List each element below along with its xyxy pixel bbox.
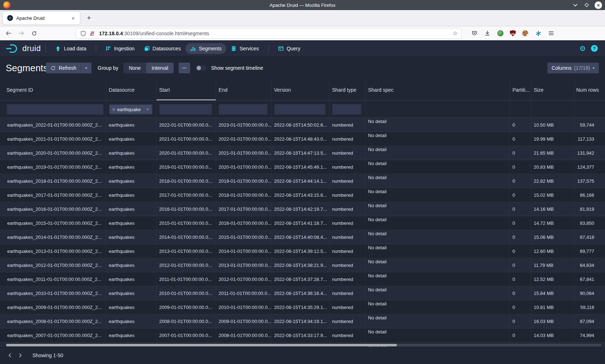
num-rows-cell: 67,841 <box>574 272 605 286</box>
column-header-num-rows[interactable]: Num rows <box>574 79 605 100</box>
segment-id-cell: earthquakes_2022-01-01T00:00:00.000Z_2..… <box>0 118 106 132</box>
group-by-none-button[interactable]: None <box>124 63 146 73</box>
version-cell: 2022-08-15T14:36:16.4... <box>271 286 329 300</box>
version-cell: 2022-08-15T14:35:29.1... <box>271 300 329 314</box>
column-header-end[interactable]: End <box>216 79 271 100</box>
downloads-icon[interactable] <box>484 30 491 37</box>
column-header-size[interactable]: Size <box>531 79 574 100</box>
table-row[interactable]: earthquakes_2017-01-01T00:00:00.000Z_2..… <box>0 188 605 202</box>
new-tab-button[interactable]: + <box>84 13 94 23</box>
num-rows-cell: 86,166 <box>574 188 605 202</box>
column-header-datasource[interactable]: Datasource <box>106 79 156 100</box>
num-rows-cell: 83,850 <box>574 216 605 230</box>
containers-asterisk-icon[interactable] <box>535 30 542 37</box>
table-header: Segment ID Datasource Start End Version … <box>0 79 605 101</box>
back-icon[interactable] <box>3 28 14 39</box>
ublock-origin-icon[interactable]: UD <box>510 30 516 36</box>
end-cell: 2017-01-01T00:00:00.0... <box>216 202 271 216</box>
extension-privacy-icon[interactable] <box>497 30 504 37</box>
shard-spec-cell: No detail <box>365 258 510 272</box>
size-cell: 19.99 MB <box>531 132 574 146</box>
column-header-shard-type[interactable]: Shard type <box>329 79 365 100</box>
nav-item-services[interactable]: Services <box>226 43 264 54</box>
partitioning-cell: 0 <box>510 132 531 146</box>
more-options-button[interactable]: ••• <box>179 63 190 73</box>
segment-id-cell: earthquakes_2013-01-01T00:00:00.000Z_2..… <box>0 244 106 258</box>
next-page-icon[interactable] <box>15 350 25 360</box>
tab-close-icon[interactable]: × <box>69 14 77 22</box>
table-row[interactable]: earthquakes_2011-01-01T00:00:00.000Z_2..… <box>0 272 605 286</box>
shard-spec-cell: No detail <box>365 216 510 230</box>
columns-button[interactable]: Columns (17/18) ▾ <box>547 63 599 73</box>
table-row[interactable]: earthquakes_2014-01-01T00:00:00.000Z_2..… <box>0 230 605 244</box>
column-header-shard-spec[interactable]: Shard spec <box>365 79 510 100</box>
table-row[interactable]: earthquakes_2012-01-01T00:00:00.000Z_2..… <box>0 258 605 272</box>
table-row[interactable]: earthquakes_2016-01-01T00:00:00.000Z_2..… <box>0 202 605 216</box>
table-row[interactable]: earthquakes_2008-01-01T00:00:00.000Z_2..… <box>0 314 605 328</box>
partitioning-cell: 0 <box>510 146 531 160</box>
start-cell: 2010-01-01T00:00:00.0... <box>156 286 216 300</box>
table-row[interactable]: earthquakes_2009-01-01T00:00:00.000Z_2..… <box>0 300 605 314</box>
clear-filter-icon[interactable]: × <box>146 106 149 112</box>
table-row[interactable]: earthquakes_2022-01-01T00:00:00.000Z_2..… <box>0 118 605 132</box>
table-row[interactable]: earthquakes_2007-01-01T00:00:00.000Z_2..… <box>0 328 605 342</box>
previous-page-icon[interactable] <box>5 350 15 360</box>
window-minimize-icon[interactable] <box>572 1 579 9</box>
insecure-lock-icon[interactable] <box>89 30 95 37</box>
table-row[interactable]: earthquakes_2015-01-01T00:00:00.000Z_2..… <box>0 216 605 230</box>
shard-type-cell: numbered <box>329 286 365 300</box>
table-row[interactable]: earthquakes_2010-01-01T00:00:00.000Z_2..… <box>0 286 605 300</box>
start-cell: 2017-01-01T00:00:00.0... <box>156 188 216 202</box>
shard-spec-cell: No detail <box>365 272 510 286</box>
segment-id-filter-input[interactable] <box>6 104 104 115</box>
table-row[interactable]: earthquakes_2020-01-01T00:00:00.000Z_2..… <box>0 146 605 160</box>
nav-item-ingestion[interactable]: Ingestion <box>101 43 139 54</box>
nav-item-segments[interactable]: Segments <box>185 43 226 54</box>
shard-spec-cell: No detail <box>365 328 510 342</box>
end-filter-input[interactable] <box>219 104 268 115</box>
forward-icon[interactable] <box>16 28 27 39</box>
table-row[interactable]: earthquakes_2018-01-01T00:00:00.000Z_2..… <box>0 174 605 188</box>
table-row[interactable]: earthquakes_2013-01-01T00:00:00.000Z_2..… <box>0 244 605 258</box>
shard-type-filter-input[interactable] <box>332 104 362 115</box>
nav-item-datasources[interactable]: Datasources <box>139 43 186 54</box>
size-cell: 14.03 MB <box>531 328 574 342</box>
column-header-partitioning[interactable]: Partiti... <box>510 79 531 100</box>
menu-hamburger-icon[interactable] <box>548 30 555 37</box>
url-bar[interactable]: 172.18.0.4:30109/unified-console.html#se… <box>76 28 462 39</box>
column-header-start[interactable]: Start <box>156 79 216 100</box>
datasource-filter-input[interactable]: = earthquake × <box>109 104 153 115</box>
group-by-interval-button[interactable]: Interval <box>146 63 174 73</box>
shard-type-cell: numbered <box>329 202 365 216</box>
version-filter-input[interactable] <box>274 104 326 115</box>
window-maximize-icon[interactable] <box>583 1 590 9</box>
segment-timeline-toggle[interactable] <box>196 65 207 71</box>
shield-permissions-icon[interactable] <box>80 30 86 37</box>
partitioning-cell: 0 <box>510 118 531 132</box>
refresh-button[interactable]: Refresh <box>46 63 81 73</box>
table-row[interactable]: earthquakes_2019-01-01T00:00:00.000Z_2..… <box>0 160 605 174</box>
gear-icon[interactable]: ⚙ <box>579 45 586 52</box>
help-icon[interactable]: ? <box>591 45 598 52</box>
nav-item-query[interactable]: Query <box>273 43 305 54</box>
window-close-icon[interactable]: × <box>595 1 602 9</box>
refresh-dropdown-button[interactable]: ▾ <box>81 63 91 73</box>
column-header-version[interactable]: Version <box>271 79 329 100</box>
pocket-icon[interactable] <box>471 30 478 37</box>
version-cell: 2022-08-15T14:44:14.1... <box>271 174 329 188</box>
start-filter-input[interactable] <box>159 104 212 115</box>
size-cell: 15.06 MB <box>531 230 574 244</box>
nav-item-load-data[interactable]: Load data <box>50 43 91 54</box>
column-header-segment-id[interactable]: Segment ID <box>0 79 106 100</box>
num-rows-cell: 124,377 <box>574 160 605 174</box>
reload-icon[interactable] <box>29 28 40 39</box>
num-rows-cell: 131,942 <box>574 146 605 160</box>
start-cell: 2016-01-01T00:00:00.0... <box>156 202 216 216</box>
bookmark-star-icon[interactable]: ☆ <box>453 30 458 37</box>
cookie-extension-icon[interactable] <box>522 30 529 37</box>
shard-type-cell: numbered <box>329 146 365 160</box>
table-row[interactable]: earthquakes_2021-01-01T00:00:00.000Z_2..… <box>0 132 605 146</box>
horizontal-scrollbar-thumb[interactable] <box>6 344 397 346</box>
browser-tab-apache-druid[interactable]: Apache Druid × <box>3 12 80 24</box>
druid-navbar: druid Load data Ingestion Datasources Se… <box>0 40 605 57</box>
